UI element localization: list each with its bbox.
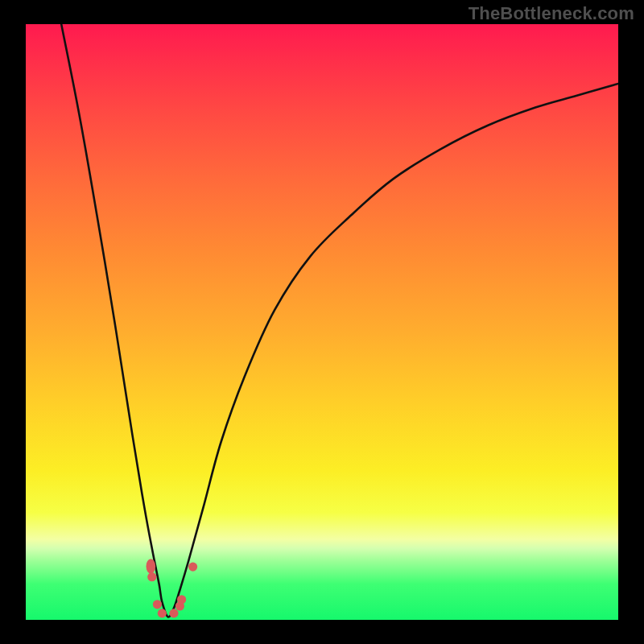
curve-marker — [153, 600, 162, 609]
curve-markers — [147, 559, 198, 617]
curve-marker — [177, 595, 186, 604]
curve-marker — [188, 563, 197, 572]
curve-marker — [169, 609, 178, 617]
plot-area — [26, 24, 618, 620]
bottleneck-curve — [61, 24, 618, 617]
curve-marker — [158, 609, 167, 617]
watermark-text: TheBottleneck.com — [469, 3, 634, 24]
curve-marker — [147, 559, 156, 573]
chart-frame: TheBottleneck.com — [0, 0, 644, 644]
curve-layer — [26, 24, 618, 620]
curve-marker — [147, 572, 156, 581]
